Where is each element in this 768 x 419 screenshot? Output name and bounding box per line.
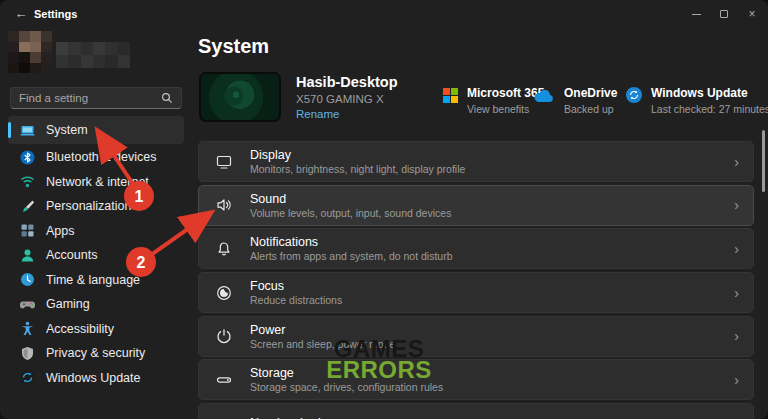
- sidebar-item-system[interactable]: System: [8, 116, 184, 144]
- search-box[interactable]: [10, 87, 182, 109]
- accessibility-icon: [20, 321, 35, 336]
- chevron-right-icon: ›: [734, 373, 739, 387]
- chevron-right-icon: ›: [734, 155, 739, 169]
- back-button[interactable]: ←: [12, 6, 30, 22]
- row-nearby-sharing[interactable]: Nearby sharing ›: [198, 403, 754, 419]
- status-title: Windows Update: [651, 86, 768, 100]
- device-info: Hasib-Desktop X570 GAMING X Rename: [296, 74, 398, 120]
- row-display[interactable]: Display Monitors, brightness, night ligh…: [198, 141, 754, 182]
- sidebar-item-label: Windows Update: [46, 371, 141, 385]
- row-title: Sound: [250, 192, 451, 206]
- sidebar-item-label: System: [46, 123, 88, 137]
- scrollbar-thumb[interactable]: [762, 130, 765, 192]
- row-subtitle: Storage space, drives, configuration rul…: [250, 381, 443, 393]
- shield-icon: [20, 346, 35, 361]
- speaker-icon: [215, 196, 233, 214]
- chevron-right-icon: ›: [734, 242, 739, 256]
- row-title: Power: [250, 323, 395, 337]
- status-subtitle: Backed up: [564, 103, 617, 115]
- update-icon: [20, 370, 35, 385]
- monitor-icon: [215, 153, 233, 171]
- maximize-icon: [720, 10, 728, 18]
- sidebar-item-bluetooth-devices[interactable]: Bluetooth & devices: [8, 145, 184, 170]
- row-storage[interactable]: Storage Storage space, drives, configura…: [198, 359, 754, 400]
- sidebar-item-label: Accounts: [46, 248, 97, 262]
- window-controls: ×: [682, 0, 766, 28]
- sidebar-item-label: Gaming: [46, 297, 90, 311]
- sidebar-item-accounts[interactable]: Accounts: [8, 243, 184, 268]
- row-title: Display: [250, 148, 465, 162]
- row-sound[interactable]: Sound Volume levels, output, input, soun…: [198, 185, 754, 226]
- windows-update-icon: [626, 87, 642, 103]
- bell-icon: [215, 240, 233, 258]
- minimize-icon: [692, 14, 701, 15]
- user-name-blurred: [56, 42, 130, 68]
- search-input[interactable]: [19, 92, 161, 104]
- row-subtitle: Screen and sleep, power mode: [250, 338, 395, 350]
- titlebar: ← Settings ×: [0, 0, 768, 28]
- status-onedrive[interactable]: OneDrive Backed up: [533, 86, 617, 115]
- nearby-sharing-icon: [215, 415, 233, 419]
- microsoft-logo-icon: [443, 88, 458, 103]
- sidebar-item-label: Network & internet: [46, 175, 149, 189]
- rename-link[interactable]: Rename: [296, 108, 398, 120]
- chevron-right-icon: ›: [734, 198, 739, 212]
- focus-icon: [215, 284, 233, 302]
- wifi-icon: [20, 174, 35, 189]
- sidebar-item-label: Accessibility: [46, 322, 114, 336]
- page-title: System: [198, 35, 269, 58]
- row-title: Notifications: [250, 235, 453, 249]
- sidebar-item-label: Bluetooth & devices: [46, 150, 157, 164]
- controller-icon: [20, 297, 35, 312]
- device-wallpaper-thumbnail: [199, 72, 281, 122]
- close-button[interactable]: ×: [738, 0, 766, 28]
- status-subtitle: Last checked: 27 minutes ago: [651, 103, 768, 115]
- sidebar-item-privacy-security[interactable]: Privacy & security: [8, 341, 184, 366]
- device-name: Hasib-Desktop: [296, 74, 398, 90]
- storage-drive-icon: [215, 371, 233, 389]
- row-title: Storage: [250, 366, 443, 380]
- laptop-icon: [20, 123, 35, 138]
- device-model: X570 GAMING X: [296, 93, 398, 105]
- back-arrow-icon: ←: [15, 6, 28, 21]
- settings-rows: Display Monitors, brightness, night ligh…: [198, 141, 754, 419]
- sidebar-nav: System Bluetooth & devices Network & int…: [8, 116, 184, 390]
- row-subtitle: Alerts from apps and system, do not dist…: [250, 250, 453, 262]
- row-power[interactable]: Power Screen and sleep, power mode ›: [198, 316, 754, 357]
- status-title: OneDrive: [564, 86, 617, 100]
- maximize-button[interactable]: [710, 0, 738, 28]
- sidebar-item-label: Personalization: [46, 199, 131, 213]
- row-focus[interactable]: Focus Reduce distractions ›: [198, 272, 754, 313]
- bluetooth-icon: [20, 150, 35, 165]
- status-microsoft-365[interactable]: Microsoft 365 View benefits: [443, 86, 544, 115]
- onedrive-cloud-icon: [533, 89, 555, 104]
- clock-icon: [20, 272, 35, 287]
- sidebar-item-accessibility[interactable]: Accessibility: [8, 317, 184, 342]
- sidebar-item-time-language[interactable]: Time & language: [8, 268, 184, 293]
- sidebar-item-label: Time & language: [46, 273, 140, 287]
- search-icon: [161, 92, 173, 104]
- user-avatar-blurred[interactable]: [8, 31, 52, 73]
- status-windows-update[interactable]: Windows Update Last checked: 27 minutes …: [626, 86, 768, 115]
- chevron-right-icon: ›: [734, 286, 739, 300]
- row-notifications[interactable]: Notifications Alerts from apps and syste…: [198, 228, 754, 269]
- sidebar-item-windows-update[interactable]: Windows Update: [8, 366, 184, 391]
- sidebar-item-apps[interactable]: Apps: [8, 219, 184, 244]
- sidebar-item-label: Privacy & security: [46, 346, 145, 360]
- brush-icon: [20, 199, 35, 214]
- sidebar-item-network-internet[interactable]: Network & internet: [8, 170, 184, 195]
- row-subtitle: Reduce distractions: [250, 294, 342, 306]
- settings-window: ← Settings × System: [0, 0, 768, 419]
- sidebar-item-gaming[interactable]: Gaming: [8, 292, 184, 317]
- sidebar-item-personalization[interactable]: Personalization: [8, 194, 184, 219]
- row-title: Focus: [250, 279, 342, 293]
- chevron-right-icon: ›: [734, 329, 739, 343]
- power-icon: [215, 327, 233, 345]
- row-subtitle: Volume levels, output, input, sound devi…: [250, 207, 451, 219]
- minimize-button[interactable]: [682, 0, 710, 28]
- row-subtitle: Monitors, brightness, night light, displ…: [250, 163, 465, 175]
- sidebar-item-label: Apps: [46, 224, 75, 238]
- apps-grid-icon: [20, 223, 35, 238]
- window-title: Settings: [34, 8, 77, 20]
- close-icon: ×: [748, 8, 755, 20]
